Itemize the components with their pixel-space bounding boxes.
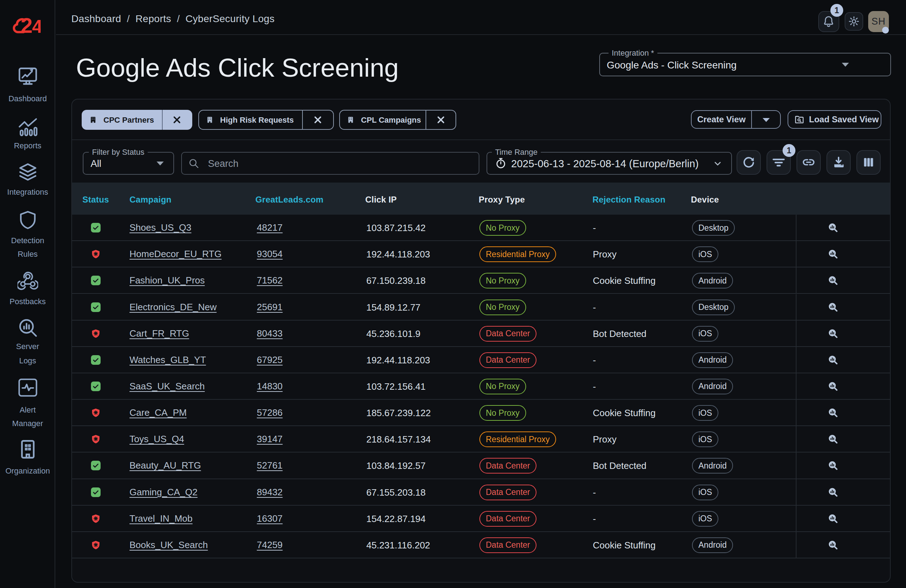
svg-text:4: 4 [32, 16, 41, 34]
svg-text:2: 2 [21, 16, 32, 34]
